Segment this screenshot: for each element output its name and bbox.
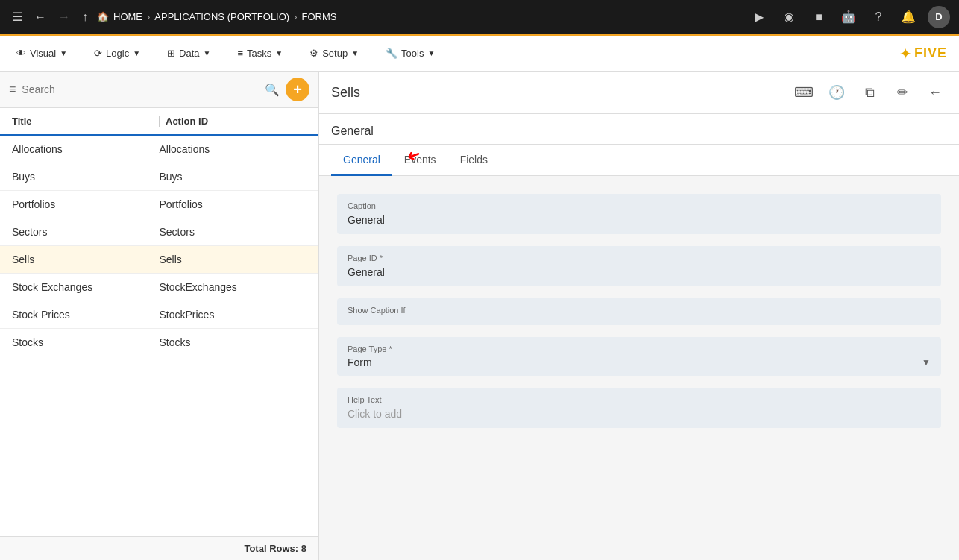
- close-icon[interactable]: ←: [923, 81, 947, 104]
- help-icon[interactable]: ?: [868, 7, 889, 28]
- tools-icon: 🔧: [386, 48, 397, 59]
- clock-icon[interactable]: 🕐: [825, 81, 849, 104]
- bell-icon[interactable]: 🔔: [898, 7, 919, 28]
- copy-icon[interactable]: ⧉: [858, 81, 881, 104]
- page-id-value: General: [348, 266, 385, 278]
- row-action-stock-exchanges: StockExchanges: [160, 281, 307, 293]
- row-title-buys: Buys: [12, 171, 160, 183]
- add-button[interactable]: +: [286, 78, 309, 101]
- table-header: Title Action ID: [0, 108, 318, 136]
- tools-chevron: ▼: [427, 49, 435, 57]
- main-content: ≡ 🔍 + Title Action ID Allocations Alloca…: [0, 72, 959, 560]
- tasks-label: Tasks: [247, 48, 271, 59]
- row-action-stocks: Stocks: [160, 336, 307, 348]
- help-text-placeholder: Click to add: [348, 408, 402, 420]
- logo-text: FIVE: [914, 45, 947, 61]
- show-caption-if-field[interactable]: Show Caption If: [337, 298, 941, 325]
- table-row[interactable]: Portfolios Portfolios: [0, 191, 318, 218]
- help-text-label: Help Text: [348, 395, 931, 404]
- menu-icon[interactable]: ☰: [9, 7, 25, 27]
- user-avatar[interactable]: D: [928, 6, 950, 28]
- table-row[interactable]: Stock Prices StockPrices: [0, 301, 318, 329]
- up-icon[interactable]: ↑: [79, 7, 91, 27]
- show-caption-if-label: Show Caption If: [348, 306, 931, 315]
- keyboard-icon[interactable]: ⌨: [792, 81, 816, 104]
- top-nav-left: ☰ ← → ↑ 🏠 HOME › APPLICATIONS (PORTFOLIO…: [9, 7, 743, 27]
- tools-label: Tools: [401, 48, 424, 59]
- data-chevron: ▼: [204, 49, 211, 57]
- table-row[interactable]: Sectors Sectors: [0, 218, 318, 246]
- nav-item-logic[interactable]: ⟳ Logic ▼: [89, 45, 145, 62]
- help-text-field[interactable]: Help Text Click to add: [337, 388, 941, 428]
- table-row[interactable]: Allocations Allocations: [0, 136, 318, 163]
- tab-events[interactable]: Events: [392, 145, 448, 176]
- caption-label: Caption: [348, 201, 931, 210]
- stop-icon[interactable]: ■: [808, 7, 829, 28]
- row-title-allocations: Allocations: [12, 143, 160, 155]
- search-input[interactable]: [22, 84, 259, 95]
- tab-general[interactable]: General: [331, 145, 392, 176]
- top-nav-right: ▶ ◉ ■ 🤖 ? 🔔 D: [749, 6, 950, 28]
- nav-item-data[interactable]: ⊞ Data ▼: [163, 45, 215, 62]
- table-row[interactable]: Stocks Stocks: [0, 329, 318, 356]
- eye-icon: 👁: [16, 48, 26, 59]
- nav-item-tasks[interactable]: ≡ Tasks ▼: [233, 45, 287, 62]
- logic-chevron: ▼: [133, 49, 140, 57]
- form-content: Caption General Page ID * General Show C…: [319, 176, 959, 446]
- breadcrumb-arrow-1: ›: [147, 11, 150, 22]
- col-header-action-id: Action ID: [166, 116, 306, 127]
- table-footer: Total Rows: 8: [0, 536, 318, 560]
- play-icon[interactable]: ▶: [749, 7, 770, 28]
- row-title-stock-prices: Stock Prices: [12, 309, 160, 321]
- tabs-bar: General Events Fields ➜: [319, 145, 959, 176]
- page-type-value: Form: [348, 356, 372, 368]
- col-divider: [159, 116, 160, 127]
- row-action-allocations: Allocations: [160, 143, 307, 155]
- search-icon[interactable]: 🔍: [265, 83, 280, 97]
- table-row[interactable]: Stock Exchanges StockExchanges: [0, 274, 318, 301]
- preview-icon[interactable]: ◉: [779, 7, 799, 28]
- logo-star-icon: ✦: [899, 45, 912, 63]
- nav-item-tools[interactable]: 🔧 Tools ▼: [381, 45, 439, 62]
- setup-chevron: ▼: [351, 49, 359, 57]
- row-title-portfolios: Portfolios: [12, 198, 160, 210]
- tab-fields[interactable]: Fields: [448, 145, 500, 176]
- panel-actions: ⌨ 🕐 ⧉ ✏ ←: [792, 81, 947, 104]
- row-title-stocks: Stocks: [12, 336, 160, 348]
- row-action-sells: Sells: [160, 254, 307, 265]
- forward-icon[interactable]: →: [55, 7, 73, 27]
- page-type-label: Page Type *: [348, 345, 931, 353]
- logic-label: Logic: [106, 48, 129, 59]
- right-panel: Sells ⌨ 🕐 ⧉ ✏ ← General General Events F…: [319, 72, 959, 560]
- home-icon: 🏠: [97, 11, 109, 22]
- breadcrumb-applications[interactable]: APPLICATIONS (PORTFOLIO): [154, 11, 289, 22]
- filter-icon[interactable]: ≡: [9, 83, 16, 96]
- table-row[interactable]: Sells Sells: [0, 246, 318, 274]
- row-action-portfolios: Portfolios: [160, 198, 307, 210]
- page-type-select[interactable]: Form ▼: [348, 356, 931, 368]
- caption-field[interactable]: Caption General: [337, 194, 941, 234]
- visual-chevron: ▼: [60, 49, 67, 57]
- nav-item-setup[interactable]: ⚙ Setup ▼: [305, 45, 363, 62]
- table-row[interactable]: Buys Buys: [0, 163, 318, 191]
- row-action-buys: Buys: [160, 171, 307, 183]
- breadcrumb: 🏠 HOME › APPLICATIONS (PORTFOLIO) › FORM…: [97, 11, 336, 22]
- breadcrumb-forms[interactable]: FORMS: [302, 11, 337, 22]
- back-icon[interactable]: ←: [31, 7, 49, 27]
- gear-icon: ⚙: [309, 48, 318, 59]
- nav-item-visual[interactable]: 👁 Visual ▼: [12, 45, 72, 62]
- panel-title: Sells: [331, 85, 792, 101]
- col-header-title: Title: [12, 116, 153, 127]
- row-title-sectors: Sectors: [12, 226, 160, 238]
- row-title-stock-exchanges: Stock Exchanges: [12, 281, 160, 293]
- edit-icon[interactable]: ✏: [890, 81, 914, 104]
- page-type-field[interactable]: Page Type * Form ▼: [337, 337, 941, 376]
- robot-icon[interactable]: 🤖: [838, 7, 859, 28]
- page-id-field[interactable]: Page ID * General: [337, 246, 941, 286]
- page-id-label: Page ID *: [348, 254, 931, 262]
- top-navigation: ☰ ← → ↑ 🏠 HOME › APPLICATIONS (PORTFOLIO…: [0, 0, 959, 36]
- setup-label: Setup: [322, 48, 348, 59]
- row-title-sells: Sells: [12, 254, 160, 265]
- breadcrumb-home[interactable]: HOME: [113, 11, 142, 22]
- row-action-stock-prices: StockPrices: [160, 309, 307, 321]
